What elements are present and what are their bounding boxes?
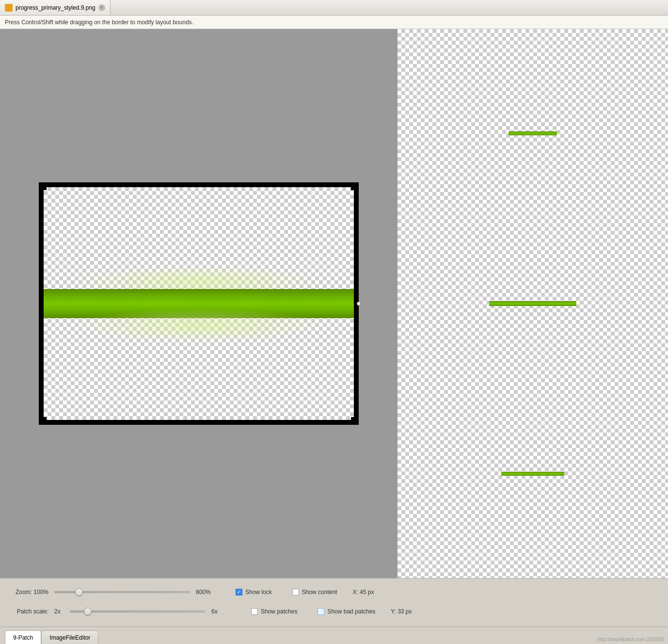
- show-patches-group: Show patches: [251, 608, 297, 615]
- info-bar: Press Control/Shift while dragging on th…: [0, 16, 668, 29]
- nine-patch-canvas[interactable]: [39, 182, 359, 425]
- zoom-slider[interactable]: [54, 591, 190, 593]
- corner-handle-br[interactable]: [351, 417, 359, 425]
- show-content-label: Show content: [302, 589, 337, 596]
- patch-scale-min: 2x: [54, 608, 64, 615]
- preview-bars-container: [398, 29, 668, 578]
- patch-scale-thumb[interactable]: [84, 608, 92, 615]
- preview-bar-1: [509, 131, 557, 135]
- show-patches-checkbox[interactable]: [251, 608, 258, 615]
- watermark: http://draw9patch.com 2010/05: [598, 637, 664, 642]
- border-bottom[interactable]: [47, 420, 351, 425]
- border-top[interactable]: [47, 182, 351, 187]
- info-message: Press Control/Shift while dragging on th…: [5, 19, 193, 26]
- show-lock-checkbox[interactable]: ✓: [236, 589, 242, 596]
- controls-area: Zoom: 100% 800% ✓ Show lock Show content…: [0, 578, 668, 627]
- preview-area: [398, 29, 668, 578]
- zoom-max-label: 800%: [196, 589, 215, 596]
- corner-handle-tl[interactable]: [39, 182, 47, 190]
- show-content-checkbox[interactable]: [292, 589, 299, 596]
- show-content-group: Show content: [292, 589, 337, 596]
- corner-handle-tr[interactable]: [351, 182, 359, 190]
- tab-title: progress_primary_styled.9.png: [16, 4, 95, 11]
- show-patches-label: Show patches: [261, 608, 297, 615]
- title-bar: progress_primary_styled.9.png ×: [0, 0, 668, 16]
- side-dot: [357, 302, 361, 306]
- main-area: [0, 29, 668, 578]
- file-icon: [5, 4, 13, 12]
- show-lock-label: Show lock: [245, 589, 272, 596]
- tab-9patch[interactable]: 9-Patch: [5, 630, 41, 644]
- show-bad-patches-group: Show bad patches: [318, 608, 375, 615]
- canvas-area: [0, 29, 398, 578]
- patch-scale-max: 6x: [211, 608, 231, 615]
- show-bad-patches-checkbox[interactable]: [318, 608, 324, 615]
- tab-close-button[interactable]: ×: [98, 4, 105, 11]
- tab-imagefileeditor[interactable]: ImageFileEditor: [41, 630, 98, 644]
- patch-scale-slider[interactable]: [70, 611, 206, 612]
- show-bad-patches-label: Show bad patches: [327, 608, 375, 615]
- y-coord: Y: 33 px: [391, 608, 412, 615]
- progress-glow-bottom: [75, 308, 323, 342]
- border-left[interactable]: [39, 190, 44, 417]
- control-row-2: Patch scale: 2x 6x Show patches Show bad…: [10, 602, 658, 621]
- x-coord: X: 45 px: [352, 589, 374, 596]
- preview-bar-2: [489, 301, 576, 306]
- bottom-tabs: 9-Patch ImageFileEditor http://draw9patc…: [0, 627, 668, 644]
- patch-scale-label: Patch scale:: [10, 608, 48, 615]
- preview-bar-3: [501, 472, 564, 476]
- progress-band: [44, 279, 354, 328]
- corner-handle-bl[interactable]: [39, 417, 47, 425]
- control-row-1: Zoom: 100% 800% ✓ Show lock Show content…: [10, 582, 658, 602]
- zoom-slider-thumb[interactable]: [75, 588, 83, 596]
- show-lock-group: ✓ Show lock: [236, 589, 272, 596]
- zoom-label: Zoom: 100%: [10, 589, 48, 596]
- file-tab[interactable]: progress_primary_styled.9.png ×: [0, 0, 111, 15]
